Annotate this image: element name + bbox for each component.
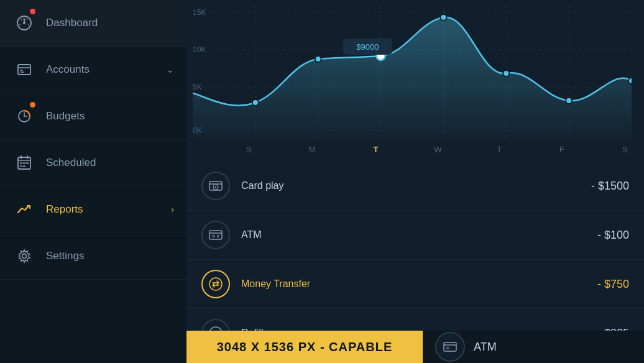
svg-rect-5 (18, 65, 30, 75)
card-play-amount: - $1500 (591, 180, 629, 193)
bottom-banner-text: 3048 X 1536 PX - CAPABLE (217, 340, 393, 354)
svg-text:0K: 0K (193, 126, 202, 135)
sidebar-item-scheduled[interactable]: Scheduled (0, 140, 186, 186)
atm-icon-wrap (201, 221, 230, 249)
bottom-atm-card-icon (442, 339, 458, 355)
svg-point-4 (21, 19, 22, 21)
transactions-list: Card play - $1500 ATM - $100 (186, 162, 644, 331)
svg-rect-18 (23, 162, 25, 164)
svg-rect-57 (209, 231, 222, 239)
svg-point-38 (566, 98, 572, 104)
svg-point-39 (628, 78, 632, 84)
chart-area: $9000 15K 10K 5K 0K S M T W T F S (186, 0, 644, 162)
svg-text:M: M (309, 145, 316, 154)
svg-rect-53 (209, 182, 222, 190)
svg-point-1 (23, 22, 25, 24)
sidebar-item-budgets-label: Budgets (46, 110, 174, 122)
svg-text:$9000: $9000 (356, 42, 379, 52)
atm-label: ATM (241, 229, 597, 241)
svg-point-36 (440, 14, 446, 21)
svg-marker-56 (215, 186, 217, 188)
bottom-atm-label: ATM (474, 341, 497, 354)
line-chart: $9000 15K 10K 5K 0K S M T W T F S (193, 6, 632, 162)
bottom-bar: 3048 X 1536 PX - CAPABLE ATM (186, 331, 644, 363)
sidebar-item-settings[interactable]: Settings (0, 233, 186, 280)
transaction-atm[interactable]: ATM - $100 (186, 211, 644, 260)
sidebar-item-accounts-label: Accounts (46, 63, 167, 76)
svg-rect-20 (20, 165, 22, 167)
bottom-atm-section: ATM (423, 332, 644, 362)
sidebar: Dashboard Accounts ⌄ Budgets (0, 0, 186, 363)
svg-rect-17 (20, 162, 22, 164)
card-play-icon (208, 178, 223, 193)
atm-amount: - $100 (597, 229, 629, 242)
svg-text:S: S (246, 145, 252, 154)
svg-point-2 (19, 24, 21, 25)
svg-rect-19 (26, 162, 29, 164)
transaction-money-transfer[interactable]: Money Transfer - $750 (186, 260, 644, 309)
sidebar-item-scheduled-label: Scheduled (46, 157, 174, 169)
atm-icon (208, 227, 223, 242)
svg-text:T: T (497, 145, 502, 154)
svg-text:5K: 5K (193, 83, 202, 91)
svg-text:10K: 10K (193, 45, 206, 54)
sidebar-item-budgets[interactable]: Budgets (0, 93, 186, 140)
dashboard-badge (30, 9, 35, 14)
transfer-icon-wrap (201, 270, 230, 298)
bottom-banner: 3048 X 1536 PX - CAPABLE (186, 331, 423, 363)
reports-chevron-icon: › (171, 204, 174, 214)
svg-text:S: S (622, 145, 628, 154)
refill-icon-wrap: $ (201, 319, 230, 331)
transaction-card-play[interactable]: Card play - $1500 (186, 162, 644, 211)
card-play-label: Card play (241, 180, 591, 191)
sidebar-item-settings-label: Settings (46, 250, 174, 262)
svg-text:T: T (373, 145, 378, 154)
scheduled-icon (12, 151, 36, 175)
budgets-badge (30, 102, 35, 108)
bottom-atm-icon-wrap (435, 332, 465, 362)
transfer-amount: - $750 (597, 278, 629, 291)
svg-text:W: W (434, 145, 442, 154)
svg-text:15K: 15K (193, 8, 206, 17)
accounts-chevron-icon: ⌄ (167, 65, 174, 75)
transaction-refill[interactable]: $ Refill - $225 (186, 309, 644, 331)
svg-rect-65 (444, 342, 456, 351)
svg-point-62 (209, 278, 222, 290)
budgets-icon (12, 104, 36, 128)
svg-point-37 (503, 70, 509, 76)
sidebar-item-accounts[interactable]: Accounts ⌄ (0, 47, 186, 93)
svg-text:F: F (559, 145, 564, 154)
reports-icon (12, 198, 36, 221)
svg-point-34 (315, 56, 321, 62)
chart-svg: $9000 15K 10K 5K 0K S M T W T F S (193, 6, 632, 162)
sidebar-item-reports-label: Reports (46, 203, 171, 216)
svg-point-33 (252, 99, 259, 106)
svg-rect-21 (23, 165, 25, 167)
refill-icon: $ (208, 326, 223, 331)
sidebar-item-dashboard-label: Dashboard (46, 17, 174, 29)
svg-point-3 (28, 24, 29, 25)
transfer-icon (208, 277, 223, 292)
svg-rect-59 (212, 235, 215, 237)
accounts-icon (12, 58, 36, 81)
sidebar-item-dashboard[interactable]: Dashboard (0, 0, 186, 47)
transfer-label: Money Transfer (241, 278, 597, 290)
svg-point-22 (22, 254, 27, 259)
main-content: $9000 15K 10K 5K 0K S M T W T F S (186, 0, 644, 363)
settings-icon (12, 244, 36, 268)
card-play-icon-wrap (201, 172, 230, 200)
sidebar-item-reports[interactable]: Reports › (0, 186, 186, 233)
svg-rect-67 (446, 347, 449, 349)
dashboard-icon (12, 11, 36, 35)
